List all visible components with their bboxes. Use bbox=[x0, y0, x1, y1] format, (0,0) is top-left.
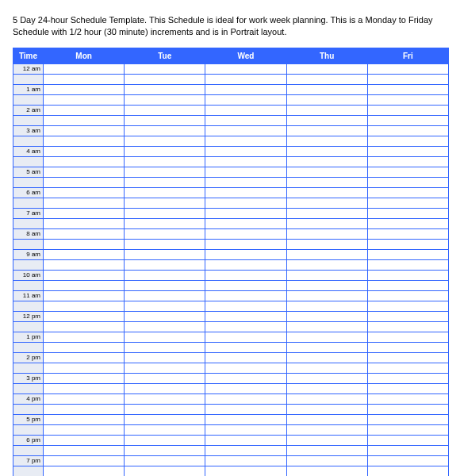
schedule-cell[interactable] bbox=[125, 455, 205, 466]
schedule-cell[interactable] bbox=[125, 218, 205, 228]
schedule-cell[interactable] bbox=[205, 125, 286, 136]
schedule-cell[interactable] bbox=[367, 208, 448, 218]
schedule-cell[interactable] bbox=[125, 239, 205, 249]
schedule-cell[interactable] bbox=[125, 435, 205, 445]
schedule-cell[interactable] bbox=[205, 146, 286, 156]
schedule-cell[interactable] bbox=[367, 373, 448, 383]
schedule-cell[interactable] bbox=[44, 208, 125, 218]
schedule-cell[interactable] bbox=[367, 383, 448, 393]
schedule-cell[interactable] bbox=[286, 404, 367, 414]
schedule-cell[interactable] bbox=[205, 311, 286, 321]
schedule-cell[interactable] bbox=[205, 455, 286, 466]
schedule-cell[interactable] bbox=[205, 280, 286, 290]
schedule-cell[interactable] bbox=[205, 167, 286, 177]
schedule-cell[interactable] bbox=[205, 208, 286, 218]
schedule-cell[interactable] bbox=[205, 301, 286, 311]
schedule-cell[interactable] bbox=[286, 424, 367, 435]
schedule-cell[interactable] bbox=[44, 94, 125, 105]
schedule-cell[interactable] bbox=[286, 208, 367, 218]
schedule-cell[interactable] bbox=[367, 435, 448, 445]
schedule-cell[interactable] bbox=[367, 177, 448, 187]
schedule-cell[interactable] bbox=[286, 311, 367, 321]
schedule-cell[interactable] bbox=[367, 146, 448, 156]
schedule-cell[interactable] bbox=[44, 146, 125, 156]
schedule-cell[interactable] bbox=[125, 94, 205, 105]
schedule-cell[interactable] bbox=[205, 424, 286, 435]
schedule-cell[interactable] bbox=[286, 270, 367, 280]
schedule-cell[interactable] bbox=[44, 311, 125, 321]
schedule-cell[interactable] bbox=[286, 466, 367, 476]
schedule-cell[interactable] bbox=[286, 342, 367, 352]
schedule-cell[interactable] bbox=[367, 321, 448, 332]
schedule-cell[interactable] bbox=[286, 373, 367, 383]
schedule-cell[interactable] bbox=[286, 136, 367, 146]
schedule-cell[interactable] bbox=[205, 177, 286, 187]
schedule-cell[interactable] bbox=[44, 383, 125, 393]
schedule-cell[interactable] bbox=[367, 136, 448, 146]
schedule-cell[interactable] bbox=[125, 383, 205, 393]
schedule-cell[interactable] bbox=[286, 332, 367, 342]
schedule-cell[interactable] bbox=[367, 404, 448, 414]
schedule-cell[interactable] bbox=[286, 249, 367, 259]
schedule-cell[interactable] bbox=[44, 84, 125, 94]
schedule-cell[interactable] bbox=[44, 393, 125, 404]
schedule-cell[interactable] bbox=[205, 290, 286, 301]
schedule-cell[interactable] bbox=[205, 414, 286, 424]
schedule-cell[interactable] bbox=[286, 146, 367, 156]
schedule-cell[interactable] bbox=[125, 198, 205, 208]
schedule-cell[interactable] bbox=[125, 301, 205, 311]
schedule-cell[interactable] bbox=[44, 218, 125, 228]
schedule-cell[interactable] bbox=[205, 373, 286, 383]
schedule-cell[interactable] bbox=[367, 301, 448, 311]
schedule-cell[interactable] bbox=[367, 270, 448, 280]
schedule-cell[interactable] bbox=[205, 249, 286, 259]
schedule-cell[interactable] bbox=[286, 94, 367, 105]
schedule-cell[interactable] bbox=[125, 393, 205, 404]
schedule-cell[interactable] bbox=[367, 280, 448, 290]
schedule-cell[interactable] bbox=[205, 84, 286, 94]
schedule-cell[interactable] bbox=[367, 311, 448, 321]
schedule-cell[interactable] bbox=[44, 455, 125, 466]
schedule-cell[interactable] bbox=[205, 321, 286, 332]
schedule-cell[interactable] bbox=[367, 466, 448, 476]
schedule-cell[interactable] bbox=[367, 74, 448, 84]
schedule-cell[interactable] bbox=[125, 352, 205, 363]
schedule-cell[interactable] bbox=[44, 342, 125, 352]
schedule-cell[interactable] bbox=[44, 167, 125, 177]
schedule-cell[interactable] bbox=[44, 363, 125, 373]
schedule-cell[interactable] bbox=[44, 198, 125, 208]
schedule-cell[interactable] bbox=[205, 393, 286, 404]
schedule-cell[interactable] bbox=[205, 466, 286, 476]
schedule-cell[interactable] bbox=[125, 332, 205, 342]
schedule-cell[interactable] bbox=[44, 177, 125, 187]
schedule-cell[interactable] bbox=[286, 455, 367, 466]
schedule-cell[interactable] bbox=[205, 94, 286, 105]
schedule-cell[interactable] bbox=[205, 156, 286, 167]
schedule-cell[interactable] bbox=[125, 445, 205, 455]
schedule-cell[interactable] bbox=[44, 125, 125, 136]
schedule-cell[interactable] bbox=[286, 115, 367, 125]
schedule-cell[interactable] bbox=[286, 198, 367, 208]
schedule-cell[interactable] bbox=[367, 84, 448, 94]
schedule-cell[interactable] bbox=[367, 332, 448, 342]
schedule-cell[interactable] bbox=[205, 342, 286, 352]
schedule-cell[interactable] bbox=[286, 63, 367, 74]
schedule-cell[interactable] bbox=[44, 404, 125, 414]
schedule-cell[interactable] bbox=[44, 270, 125, 280]
schedule-cell[interactable] bbox=[125, 259, 205, 270]
schedule-cell[interactable] bbox=[125, 290, 205, 301]
schedule-cell[interactable] bbox=[44, 414, 125, 424]
schedule-cell[interactable] bbox=[286, 363, 367, 373]
schedule-cell[interactable] bbox=[205, 198, 286, 208]
schedule-cell[interactable] bbox=[205, 404, 286, 414]
schedule-cell[interactable] bbox=[44, 435, 125, 445]
schedule-cell[interactable] bbox=[205, 74, 286, 84]
schedule-cell[interactable] bbox=[125, 208, 205, 218]
schedule-cell[interactable] bbox=[125, 249, 205, 259]
schedule-cell[interactable] bbox=[44, 74, 125, 84]
schedule-cell[interactable] bbox=[125, 228, 205, 239]
schedule-cell[interactable] bbox=[286, 187, 367, 198]
schedule-cell[interactable] bbox=[286, 177, 367, 187]
schedule-cell[interactable] bbox=[44, 466, 125, 476]
schedule-cell[interactable] bbox=[205, 259, 286, 270]
